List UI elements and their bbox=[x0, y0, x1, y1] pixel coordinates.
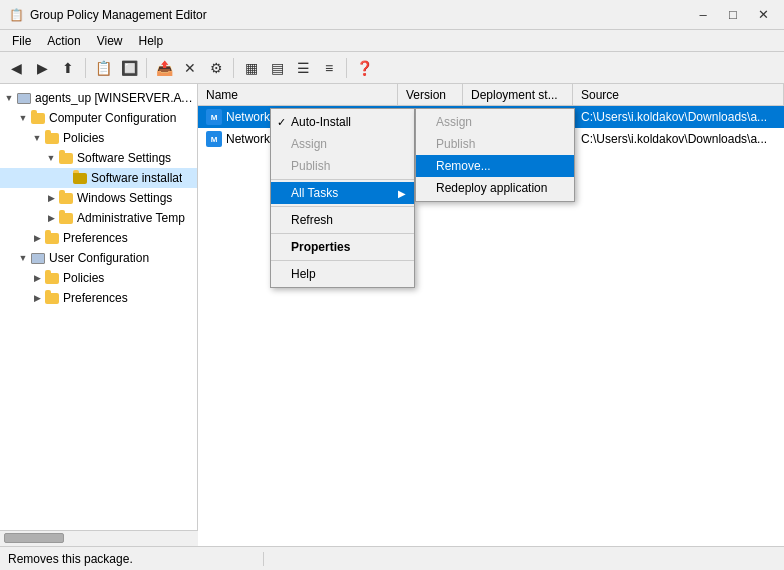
toolbar: ◀ ▶ ⬆ 📋 🔲 📤 ✕ ⚙ ▦ ▤ ☰ ≡ ❓ bbox=[0, 52, 784, 84]
tree-expand-ss[interactable]: ▼ bbox=[44, 151, 58, 165]
folder-icon-pol bbox=[44, 130, 60, 146]
tree-expand-ws[interactable]: ▶ bbox=[44, 191, 58, 205]
toolbar-view-details[interactable]: ≡ bbox=[317, 56, 341, 80]
pkg-icon-0: M bbox=[206, 109, 222, 125]
tree-item-user-config[interactable]: ▼ User Configuration bbox=[0, 248, 197, 268]
toolbar-view-list[interactable]: ☰ bbox=[291, 56, 315, 80]
tree-item-software-settings[interactable]: ▼ Software Settings bbox=[0, 148, 197, 168]
folder-icon-pref1 bbox=[44, 230, 60, 246]
tree-label-pol: Policies bbox=[63, 131, 104, 145]
sub-context-menu: Assign Publish Remove... Redeploy applic… bbox=[415, 108, 575, 202]
tree-label-uc: User Configuration bbox=[49, 251, 149, 265]
folder-icon-pref2 bbox=[44, 290, 60, 306]
ctx-refresh[interactable]: Refresh bbox=[271, 209, 414, 231]
ctx-all-tasks[interactable]: All Tasks bbox=[271, 182, 414, 204]
toolbar-delete[interactable]: ✕ bbox=[178, 56, 202, 80]
tree-expand-at[interactable]: ▶ bbox=[44, 211, 58, 225]
sub-ctx-assign[interactable]: Assign bbox=[416, 111, 574, 133]
tree-expand-root[interactable]: ▼ bbox=[2, 91, 16, 105]
tree-label-ws: Windows Settings bbox=[77, 191, 172, 205]
title-bar-text: Group Policy Management Editor bbox=[30, 8, 690, 22]
tree-expand-uc[interactable]: ▼ bbox=[16, 251, 30, 265]
pkg-icon-1: M bbox=[206, 131, 222, 147]
toolbar-forward[interactable]: ▶ bbox=[30, 56, 54, 80]
toolbar-up[interactable]: ⬆ bbox=[56, 56, 80, 80]
menu-bar: File Action View Help bbox=[0, 30, 784, 52]
toolbar-export[interactable]: 📤 bbox=[152, 56, 176, 80]
tree-label-pref2: Preferences bbox=[63, 291, 128, 305]
close-button[interactable]: ✕ bbox=[750, 4, 776, 26]
ctx-help[interactable]: Help bbox=[271, 263, 414, 285]
toolbar-properties[interactable]: ⚙ bbox=[204, 56, 228, 80]
minimize-button[interactable]: – bbox=[690, 4, 716, 26]
tree-item-policies-2[interactable]: ▶ Policies bbox=[0, 268, 197, 288]
tree-item-preferences-1[interactable]: ▶ Preferences bbox=[0, 228, 197, 248]
toolbar-view-large[interactable]: ▦ bbox=[239, 56, 263, 80]
cell-source-0: C:\Users\i.koldakov\Downloads\a... bbox=[573, 110, 784, 124]
maximize-button[interactable]: □ bbox=[720, 4, 746, 26]
tree-item-computer-config[interactable]: ▼ Computer Configuration bbox=[0, 108, 197, 128]
tree-expand-cc[interactable]: ▼ bbox=[16, 111, 30, 125]
tree-label-pref1: Preferences bbox=[63, 231, 128, 245]
tree-expand-pref1[interactable]: ▶ bbox=[30, 231, 44, 245]
col-header-source[interactable]: Source bbox=[573, 84, 784, 105]
tree-label-pol2: Policies bbox=[63, 271, 104, 285]
folder-icon-si bbox=[72, 170, 88, 186]
tree-expand-pol[interactable]: ▼ bbox=[30, 131, 44, 145]
tree-label-si: Software installat bbox=[91, 171, 182, 185]
sub-ctx-remove[interactable]: Remove... bbox=[416, 155, 574, 177]
menu-help[interactable]: Help bbox=[131, 32, 172, 50]
title-bar: 📋 Group Policy Management Editor – □ ✕ bbox=[0, 0, 784, 30]
tree-item-windows-settings[interactable]: ▶ Windows Settings bbox=[0, 188, 197, 208]
tree-expand-pol2[interactable]: ▶ bbox=[30, 271, 44, 285]
toolbar-sep-1 bbox=[85, 58, 86, 78]
ctx-publish[interactable]: Publish bbox=[271, 155, 414, 177]
folder-icon-pol2 bbox=[44, 270, 60, 286]
ctx-sep-3 bbox=[271, 233, 414, 234]
tree-label-ss: Software Settings bbox=[77, 151, 171, 165]
toolbar-sep-3 bbox=[233, 58, 234, 78]
sub-ctx-redeploy[interactable]: Redeploy application bbox=[416, 177, 574, 199]
tree-item-admin-templates[interactable]: ▶ Administrative Temp bbox=[0, 208, 197, 228]
list-header: Name Version Deployment st... Source bbox=[198, 84, 784, 106]
app-icon: 📋 bbox=[8, 7, 24, 23]
ctx-assign[interactable]: Assign bbox=[271, 133, 414, 155]
title-bar-controls: – □ ✕ bbox=[690, 4, 776, 26]
tree-scrollbar[interactable] bbox=[0, 530, 198, 546]
toolbar-sep-2 bbox=[146, 58, 147, 78]
ctx-sep-2 bbox=[271, 206, 414, 207]
col-header-version[interactable]: Version bbox=[398, 84, 463, 105]
tree-item-software-install[interactable]: ▶ Software installat bbox=[0, 168, 197, 188]
status-message: Removes this package. bbox=[8, 552, 264, 566]
menu-file[interactable]: File bbox=[4, 32, 39, 50]
toolbar-new-window[interactable]: 🔲 bbox=[117, 56, 141, 80]
folder-icon-ss bbox=[58, 150, 74, 166]
folder-icon-ws bbox=[58, 190, 74, 206]
menu-view[interactable]: View bbox=[89, 32, 131, 50]
tree-item-policies[interactable]: ▼ Policies bbox=[0, 128, 197, 148]
ctx-auto-install[interactable]: Auto-Install bbox=[271, 111, 414, 133]
menu-action[interactable]: Action bbox=[39, 32, 88, 50]
tree-expand-pref2[interactable]: ▶ bbox=[30, 291, 44, 305]
computer-icon-root bbox=[16, 90, 32, 106]
tree-label-root: agents_up [WINSERVER.ATOMS bbox=[35, 91, 193, 105]
toolbar-view-small[interactable]: ▤ bbox=[265, 56, 289, 80]
folder-icon-cc bbox=[30, 110, 46, 126]
sub-ctx-publish[interactable]: Publish bbox=[416, 133, 574, 155]
col-header-deployment[interactable]: Deployment st... bbox=[463, 84, 573, 105]
folder-icon-at bbox=[58, 210, 74, 226]
tree-item-root[interactable]: ▼ agents_up [WINSERVER.ATOMS bbox=[0, 88, 197, 108]
ctx-sep-4 bbox=[271, 260, 414, 261]
toolbar-sep-4 bbox=[346, 58, 347, 78]
computer-icon-uc bbox=[30, 250, 46, 266]
tree-label-cc: Computer Configuration bbox=[49, 111, 176, 125]
cell-source-1: C:\Users\i.koldakov\Downloads\a... bbox=[573, 132, 784, 146]
ctx-sep-1 bbox=[271, 179, 414, 180]
tree-item-preferences-2[interactable]: ▶ Preferences bbox=[0, 288, 197, 308]
status-bar: Removes this package. bbox=[0, 546, 784, 570]
toolbar-show-hide[interactable]: 📋 bbox=[91, 56, 115, 80]
toolbar-help[interactable]: ❓ bbox=[352, 56, 376, 80]
toolbar-back[interactable]: ◀ bbox=[4, 56, 28, 80]
col-header-name[interactable]: Name bbox=[198, 84, 398, 105]
ctx-properties[interactable]: Properties bbox=[271, 236, 414, 258]
